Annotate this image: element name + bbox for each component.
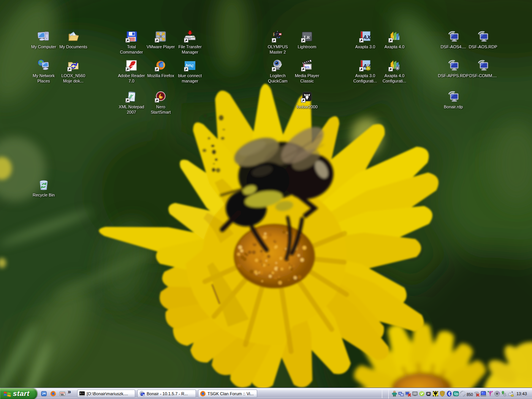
svg-text:C:\: C:\ (80, 392, 84, 395)
svg-text:R: R (307, 35, 310, 40)
svg-text:AX: AX (363, 34, 371, 40)
svg-text:c: c (191, 63, 194, 68)
svg-text:D: D (456, 392, 458, 396)
